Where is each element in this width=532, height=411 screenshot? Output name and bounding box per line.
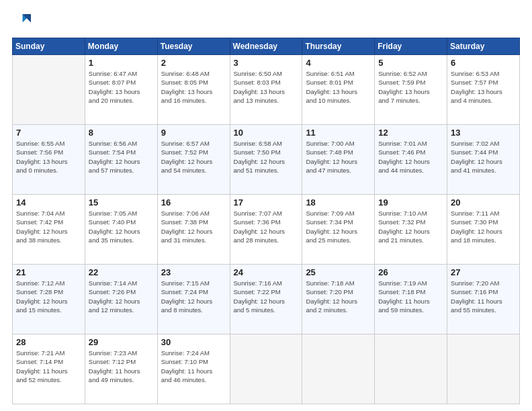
- day-info: Sunrise: 6:57 AM Sunset: 7:52 PM Dayligh…: [161, 139, 226, 175]
- day-cell: 20Sunrise: 7:11 AM Sunset: 7:30 PM Dayli…: [447, 195, 520, 265]
- week-row-3: 21Sunrise: 7:12 AM Sunset: 7:28 PM Dayli…: [13, 265, 520, 334]
- day-number: 23: [161, 267, 226, 277]
- day-cell: 22Sunrise: 7:14 AM Sunset: 7:26 PM Dayli…: [85, 265, 157, 334]
- day-info: Sunrise: 7:24 AM Sunset: 7:10 PM Dayligh…: [161, 349, 226, 384]
- day-info: Sunrise: 7:20 AM Sunset: 7:16 PM Dayligh…: [451, 279, 516, 314]
- day-number: 16: [161, 197, 226, 208]
- week-row-1: 7Sunrise: 6:55 AM Sunset: 7:56 PM Daylig…: [13, 125, 520, 195]
- day-cell: 15Sunrise: 7:05 AM Sunset: 7:40 PM Dayli…: [85, 195, 157, 265]
- day-cell: 6Sunrise: 6:53 AM Sunset: 7:57 PM Daylig…: [447, 55, 520, 125]
- day-number: 6: [451, 58, 516, 68]
- day-info: Sunrise: 6:56 AM Sunset: 7:54 PM Dayligh…: [89, 139, 154, 175]
- day-number: 14: [16, 197, 81, 208]
- day-info: Sunrise: 6:51 AM Sunset: 8:01 PM Dayligh…: [306, 69, 371, 105]
- day-cell: 24Sunrise: 7:16 AM Sunset: 7:22 PM Dayli…: [230, 265, 302, 334]
- day-info: Sunrise: 7:21 AM Sunset: 7:14 PM Dayligh…: [16, 349, 81, 384]
- day-number: 17: [234, 197, 299, 208]
- day-cell: 25Sunrise: 7:18 AM Sunset: 7:20 PM Dayli…: [302, 265, 375, 334]
- header: [12, 12, 520, 31]
- day-cell: [375, 334, 447, 404]
- day-info: Sunrise: 6:53 AM Sunset: 7:57 PM Dayligh…: [451, 69, 516, 105]
- day-info: Sunrise: 7:15 AM Sunset: 7:24 PM Dayligh…: [161, 279, 226, 314]
- day-number: 30: [161, 337, 226, 347]
- day-number: 10: [234, 128, 299, 138]
- day-info: Sunrise: 6:58 AM Sunset: 7:50 PM Dayligh…: [234, 139, 299, 175]
- day-cell: 12Sunrise: 7:01 AM Sunset: 7:46 PM Dayli…: [375, 125, 447, 195]
- day-number: 9: [161, 128, 226, 138]
- day-number: 24: [234, 267, 299, 277]
- day-cell: 10Sunrise: 6:58 AM Sunset: 7:50 PM Dayli…: [230, 125, 302, 195]
- day-info: Sunrise: 7:04 AM Sunset: 7:42 PM Dayligh…: [16, 209, 81, 244]
- day-cell: 21Sunrise: 7:12 AM Sunset: 7:28 PM Dayli…: [13, 265, 85, 334]
- day-number: 20: [451, 197, 516, 208]
- day-info: Sunrise: 7:09 AM Sunset: 7:34 PM Dayligh…: [306, 209, 371, 244]
- day-info: Sunrise: 7:10 AM Sunset: 7:32 PM Dayligh…: [378, 209, 443, 244]
- day-number: 21: [16, 267, 81, 277]
- day-number: 3: [234, 58, 299, 68]
- week-row-4: 28Sunrise: 7:21 AM Sunset: 7:14 PM Dayli…: [13, 334, 520, 404]
- day-cell: 18Sunrise: 7:09 AM Sunset: 7:34 PM Dayli…: [302, 195, 375, 265]
- day-info: Sunrise: 7:11 AM Sunset: 7:30 PM Dayligh…: [451, 209, 516, 244]
- day-info: Sunrise: 6:50 AM Sunset: 8:03 PM Dayligh…: [234, 69, 299, 105]
- day-info: Sunrise: 7:23 AM Sunset: 7:12 PM Dayligh…: [89, 349, 154, 384]
- day-cell: 19Sunrise: 7:10 AM Sunset: 7:32 PM Dayli…: [375, 195, 447, 265]
- header-cell-friday: Friday: [375, 38, 447, 55]
- day-cell: 7Sunrise: 6:55 AM Sunset: 7:56 PM Daylig…: [13, 125, 85, 195]
- day-cell: 27Sunrise: 7:20 AM Sunset: 7:16 PM Dayli…: [447, 265, 520, 334]
- day-number: 2: [161, 58, 226, 68]
- day-number: 15: [89, 197, 154, 208]
- day-info: Sunrise: 7:18 AM Sunset: 7:20 PM Dayligh…: [306, 279, 371, 314]
- day-cell: 23Sunrise: 7:15 AM Sunset: 7:24 PM Dayli…: [157, 265, 230, 334]
- day-info: Sunrise: 7:12 AM Sunset: 7:28 PM Dayligh…: [16, 279, 81, 314]
- day-number: 29: [89, 337, 154, 347]
- header-cell-tuesday: Tuesday: [157, 38, 230, 55]
- logo-icon: [12, 12, 31, 31]
- day-cell: 8Sunrise: 6:56 AM Sunset: 7:54 PM Daylig…: [85, 125, 157, 195]
- page: SundayMondayTuesdayWednesdayThursdayFrid…: [0, 0, 532, 411]
- day-cell: 14Sunrise: 7:04 AM Sunset: 7:42 PM Dayli…: [13, 195, 85, 265]
- header-cell-monday: Monday: [85, 38, 157, 55]
- day-cell: 4Sunrise: 6:51 AM Sunset: 8:01 PM Daylig…: [302, 55, 375, 125]
- day-info: Sunrise: 7:14 AM Sunset: 7:26 PM Dayligh…: [89, 279, 154, 314]
- day-number: 28: [16, 337, 81, 347]
- calendar-table: SundayMondayTuesdayWednesdayThursdayFrid…: [12, 38, 520, 404]
- header-cell-sunday: Sunday: [13, 38, 85, 55]
- day-info: Sunrise: 6:47 AM Sunset: 8:07 PM Dayligh…: [89, 69, 154, 105]
- day-cell: [13, 55, 85, 125]
- day-number: 7: [16, 128, 81, 138]
- day-number: 1: [89, 58, 154, 68]
- day-cell: 26Sunrise: 7:19 AM Sunset: 7:18 PM Dayli…: [375, 265, 447, 334]
- logo: [12, 12, 32, 31]
- day-cell: [230, 334, 302, 404]
- day-cell: 17Sunrise: 7:07 AM Sunset: 7:36 PM Dayli…: [230, 195, 302, 265]
- day-cell: 3Sunrise: 6:50 AM Sunset: 8:03 PM Daylig…: [230, 55, 302, 125]
- week-row-2: 14Sunrise: 7:04 AM Sunset: 7:42 PM Dayli…: [13, 195, 520, 265]
- header-cell-saturday: Saturday: [447, 38, 520, 55]
- day-info: Sunrise: 7:05 AM Sunset: 7:40 PM Dayligh…: [89, 209, 154, 244]
- day-info: Sunrise: 7:02 AM Sunset: 7:44 PM Dayligh…: [451, 139, 516, 175]
- day-info: Sunrise: 7:00 AM Sunset: 7:48 PM Dayligh…: [306, 139, 371, 175]
- day-number: 22: [89, 267, 154, 277]
- day-cell: 5Sunrise: 6:52 AM Sunset: 7:59 PM Daylig…: [375, 55, 447, 125]
- day-cell: 2Sunrise: 6:48 AM Sunset: 8:05 PM Daylig…: [157, 55, 230, 125]
- day-info: Sunrise: 7:19 AM Sunset: 7:18 PM Dayligh…: [378, 279, 443, 314]
- day-info: Sunrise: 7:07 AM Sunset: 7:36 PM Dayligh…: [234, 209, 299, 244]
- header-cell-thursday: Thursday: [302, 38, 375, 55]
- day-number: 27: [451, 267, 516, 277]
- day-cell: [447, 334, 520, 404]
- day-cell: 28Sunrise: 7:21 AM Sunset: 7:14 PM Dayli…: [13, 334, 85, 404]
- day-number: 13: [451, 128, 516, 138]
- day-info: Sunrise: 7:01 AM Sunset: 7:46 PM Dayligh…: [378, 139, 443, 175]
- day-info: Sunrise: 6:52 AM Sunset: 7:59 PM Dayligh…: [378, 69, 443, 105]
- day-number: 11: [306, 128, 371, 138]
- header-cell-wednesday: Wednesday: [230, 38, 302, 55]
- day-number: 8: [89, 128, 154, 138]
- header-row: SundayMondayTuesdayWednesdayThursdayFrid…: [13, 38, 520, 55]
- day-number: 4: [306, 58, 371, 68]
- day-cell: 13Sunrise: 7:02 AM Sunset: 7:44 PM Dayli…: [447, 125, 520, 195]
- day-info: Sunrise: 6:55 AM Sunset: 7:56 PM Dayligh…: [16, 139, 81, 175]
- day-cell: [302, 334, 375, 404]
- day-number: 26: [378, 267, 443, 277]
- day-cell: 9Sunrise: 6:57 AM Sunset: 7:52 PM Daylig…: [157, 125, 230, 195]
- day-info: Sunrise: 7:06 AM Sunset: 7:38 PM Dayligh…: [161, 209, 226, 244]
